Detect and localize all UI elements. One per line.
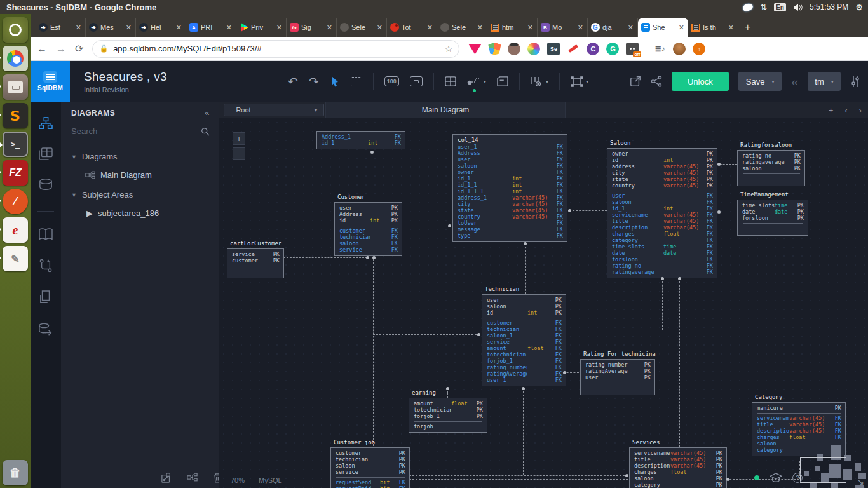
dash-home-button[interactable] [3, 17, 28, 43]
column-row[interactable]: servicenamevarchar(45)PK [634, 450, 722, 456]
diagram-canvas[interactable]: + − 70% MySQL ? ↘ Address_1FKid_1intFKco… [219, 118, 868, 488]
zoom-out-button[interactable]: − [233, 147, 245, 160]
grid-view-button[interactable] [445, 76, 456, 86]
open-window-icon[interactable] [161, 473, 172, 483]
sqldbm-logo[interactable]: SqlDBM [31, 61, 70, 102]
close-tab-icon[interactable]: ✕ [175, 24, 182, 32]
diagram-tab[interactable]: Main Diagram [325, 102, 566, 118]
sublime-launcher[interactable]: S [3, 103, 28, 128]
settings-sliders-icon[interactable] [850, 75, 860, 88]
browser-tab-7[interactable]: Sele✕ [337, 18, 387, 37]
browser-tab-11[interactable]: BMo✕ [538, 18, 588, 37]
column-row[interactable]: userFK [458, 156, 563, 163]
playlist-icon[interactable]: ≣♪ [653, 43, 666, 55]
trash-launcher[interactable]: 🗑 [3, 460, 28, 485]
table-services[interactable]: Servicesservicenamevarchar(45)PKtitlevar… [629, 447, 727, 488]
root-select[interactable]: -- Root --▼ [224, 104, 324, 116]
column-row[interactable]: technicianPK [336, 456, 405, 463]
browser-tab-8[interactable]: Tot✕ [387, 18, 437, 37]
column-row[interactable]: categoryPK [634, 482, 722, 488]
help-icon[interactable]: ? [792, 473, 803, 483]
column-row[interactable]: datedateFK [612, 250, 713, 256]
orange-app-launcher[interactable]: ⁄ [3, 189, 28, 214]
column-row[interactable]: servicePK [232, 251, 280, 257]
column-row[interactable]: saloonPK [336, 463, 405, 469]
column-row[interactable]: descriptionvarchar(45)PK [634, 463, 722, 469]
column-row[interactable]: toUserFK [458, 220, 563, 226]
search-input[interactable] [71, 126, 201, 136]
column-row[interactable]: userPK [487, 297, 562, 303]
tree-item-main-diagram[interactable]: Main Diagram [85, 170, 210, 180]
column-row[interactable]: cityvarchar(45)PK [612, 170, 713, 176]
relationships-nav-icon[interactable] [39, 259, 52, 275]
prev-tab-button[interactable]: ‹ [844, 105, 847, 115]
save-button[interactable]: Save▾ [738, 72, 782, 91]
column-row[interactable]: manicurePK [757, 405, 841, 411]
column-row[interactable]: messageFK [458, 226, 563, 233]
column-row[interactable]: servicenamevarchar(45)FK [757, 415, 841, 421]
column-row[interactable]: forsloonPK [742, 215, 804, 221]
column-row[interactable]: saloonFK [339, 240, 398, 247]
column-row[interactable]: saloonPK [487, 303, 562, 309]
diagrams-nav-icon[interactable] [39, 117, 53, 132]
column-row[interactable]: countryvarchar(45)FK [458, 214, 563, 220]
column-row[interactable]: serviceFK [487, 339, 562, 345]
table-cartforcustomer[interactable]: cartForCustomerservicePKcustomerPK [227, 248, 284, 278]
learn-graduation-icon[interactable] [770, 473, 782, 483]
downloadhelper-extension-icon[interactable]: 1 [468, 43, 481, 55]
zoom-100-button[interactable]: 100 [384, 76, 399, 86]
documentation-nav-icon[interactable] [39, 228, 53, 243]
table-customer-job[interactable]: Customer jobcustomerPKtechnicianPKsaloon… [330, 447, 410, 488]
notes-button[interactable] [497, 76, 508, 86]
column-row[interactable]: ownerFK [458, 169, 563, 175]
column-row[interactable]: time slotstimePK [742, 202, 804, 208]
unlock-button[interactable]: Unlock [672, 72, 729, 91]
column-row[interactable]: amountfloatFK [487, 345, 562, 351]
column-row[interactable]: customerFK [487, 320, 562, 326]
volume-icon[interactable] [793, 3, 803, 11]
session-gear-icon[interactable]: ⚙ [855, 3, 863, 11]
table-saloon[interactable]: SaloonownerPKidintPKaddressvarchar(45)PK… [607, 148, 717, 278]
user-menu[interactable]: tm▾ [808, 72, 841, 91]
table-ratingforsaloon[interactable]: Ratingforsaloonrating noPKratingaverageP… [737, 150, 805, 186]
column-row[interactable]: addressvarchar(45)PK [612, 163, 713, 170]
browser-tab-12[interactable]: Gdja✕ [588, 18, 638, 37]
column-row[interactable]: saloon_1FK [487, 332, 562, 339]
undo-button[interactable]: ↶ [288, 76, 298, 88]
convert-nav-icon[interactable] [39, 290, 52, 307]
next-tab-button[interactable]: › [859, 105, 862, 115]
scribble-app-launcher[interactable]: e [3, 217, 28, 243]
pointer-tool[interactable] [330, 76, 340, 87]
browser-tab-10[interactable]: htm✕ [487, 18, 538, 37]
chrome-update-menu-icon[interactable]: ↑ [693, 43, 705, 55]
add-diagram-icon[interactable] [187, 473, 198, 482]
column-row[interactable]: descriptionvarchar(45)FK [612, 224, 713, 231]
tables-nav-icon[interactable] [39, 147, 53, 163]
close-tab-icon[interactable]: ✕ [678, 24, 685, 32]
column-row[interactable]: statevarchar(45)PK [612, 176, 713, 182]
column-row[interactable]: servicePK [336, 469, 405, 475]
close-tab-icon[interactable]: ✕ [125, 24, 132, 32]
column-row[interactable]: totechnicianFK [487, 351, 562, 358]
keyboard-layout-indicator[interactable]: En [774, 3, 786, 11]
column-row[interactable]: titlevarchar(45)FK [612, 218, 713, 224]
browser-tab-2[interactable]: ➜Mes✕ [86, 18, 136, 37]
column-row[interactable]: userFK [612, 193, 713, 199]
column-row[interactable]: requestSendbitFK [336, 479, 405, 485]
terminal-launcher[interactable]: >_ [3, 132, 28, 157]
column-row[interactable]: statevarchar(45)FK [458, 207, 563, 214]
column-row[interactable]: servicenamevarchar(45)FK [612, 212, 713, 218]
close-tab-icon[interactable]: ✕ [276, 24, 283, 32]
reload-button[interactable]: ⟳ [75, 44, 83, 54]
profile-avatar[interactable] [673, 43, 686, 55]
fit-screen-button[interactable]: ▾ [571, 76, 588, 87]
column-row[interactable]: rating numberPK [585, 362, 651, 368]
browser-tab-3[interactable]: ➜Hel✕ [136, 18, 186, 37]
column-row[interactable]: ratingAveragePK [585, 368, 651, 374]
column-row[interactable]: id_1intFK [612, 205, 713, 212]
column-row[interactable]: saloonPK [742, 165, 801, 172]
column-row[interactable]: idintPK [612, 157, 713, 163]
column-row[interactable]: technicianFK [487, 326, 562, 332]
column-row[interactable]: idintPK [339, 217, 398, 224]
browser-tab-9[interactable]: Sele✕ [437, 18, 487, 37]
